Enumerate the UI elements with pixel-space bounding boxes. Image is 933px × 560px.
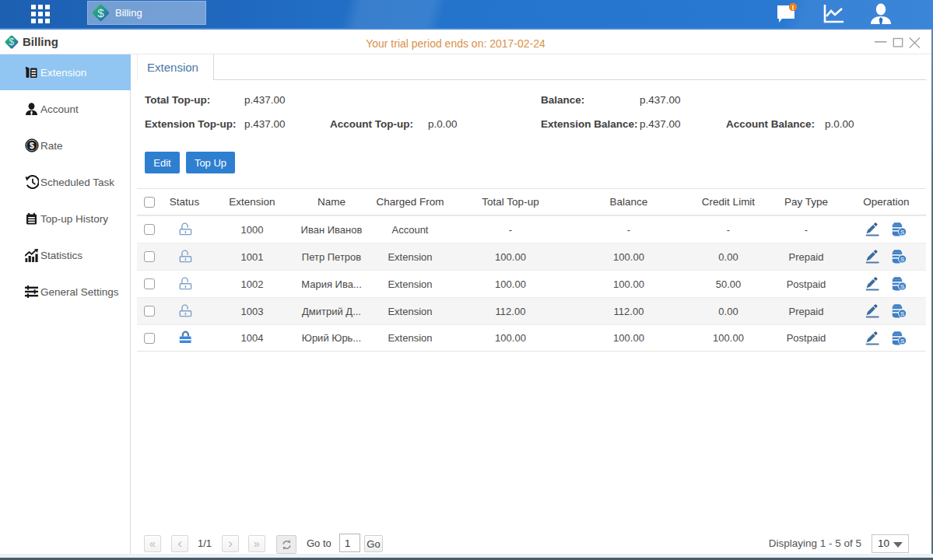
svg-text:$: $ [97, 6, 104, 19]
svg-text:S: S [900, 229, 905, 236]
svg-text:$: $ [30, 141, 34, 150]
svg-text:!: ! [792, 4, 794, 12]
